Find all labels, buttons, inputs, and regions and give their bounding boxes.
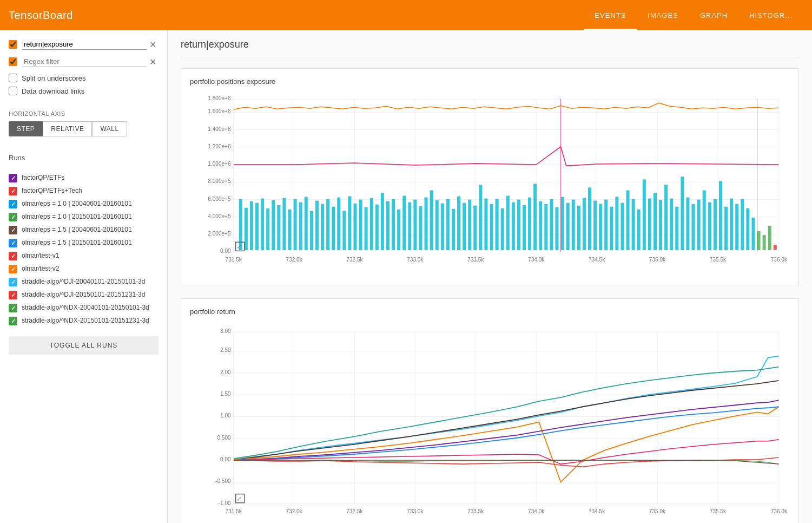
run-item[interactable]: olmar/eps = 1.0 | 20150101-20160101 (0, 211, 167, 224)
svg-rect-111 (620, 203, 624, 252)
run-checkbox[interactable] (9, 278, 17, 286)
svg-rect-42 (245, 208, 248, 252)
run-checkbox[interactable] (9, 226, 17, 234)
svg-rect-106 (593, 201, 597, 252)
regex-input[interactable] (22, 56, 147, 67)
svg-rect-139 (774, 245, 777, 252)
svg-rect-50 (288, 210, 291, 252)
svg-text:734.0k: 734.0k (528, 257, 545, 263)
run-checkbox[interactable] (9, 239, 17, 247)
svg-text:⤢: ⤢ (237, 244, 241, 250)
split-checkbox[interactable] (9, 74, 17, 82)
run-checkbox[interactable] (9, 213, 17, 221)
exposure-chart-svg: 0.00 2.000e+5 4.000e+5 6.000e+5 8.000e+5… (190, 92, 790, 267)
return-chart-svg: -1.00 -0.500 0.00 0.500 1.00 1.50 2.00 2… (190, 322, 790, 519)
run-item[interactable]: factorQP/ETFs+Tech (0, 185, 167, 198)
axis-step-btn[interactable]: STEP (9, 121, 43, 136)
run-checkbox[interactable] (9, 187, 17, 195)
svg-text:6.000e+5: 6.000e+5 (208, 196, 231, 202)
svg-rect-85 (479, 185, 482, 252)
svg-rect-51 (294, 199, 297, 252)
run-item[interactable]: olmar/eps = 1.5 | 20040601-20160101 (0, 224, 167, 237)
svg-rect-96 (539, 201, 542, 252)
svg-text:1.400e+6: 1.400e+6 (208, 126, 231, 132)
run-name-label: olmar/test-v2 (22, 265, 59, 273)
nav-events[interactable]: EVENTS (584, 0, 637, 30)
svg-text:733.5k: 733.5k (467, 257, 484, 263)
svg-rect-124 (692, 204, 695, 252)
exposure-bars-teal (239, 176, 777, 252)
svg-rect-73 (413, 200, 417, 252)
svg-rect-46 (266, 208, 269, 252)
svg-rect-116 (648, 199, 651, 252)
run-item[interactable]: straddle-algo/^NDX-20040101-20150101-3d (0, 302, 167, 315)
svg-text:1.00: 1.00 (220, 413, 231, 419)
run-name-label: olmar/eps = 1.0 | 20150101-20160101 (22, 213, 132, 221)
regex-clear-icon[interactable]: ✕ (147, 57, 159, 67)
svg-text:4.000e+5: 4.000e+5 (208, 213, 231, 219)
return-line-blue (234, 407, 779, 460)
filter-input[interactable] (22, 39, 147, 50)
run-item[interactable]: straddle-algo/^NDX-20150101-20151231-3d (0, 315, 167, 328)
svg-text:2.50: 2.50 (220, 347, 231, 353)
svg-text:733.0k: 733.0k (407, 257, 424, 263)
svg-rect-107 (599, 204, 602, 252)
svg-rect-63 (359, 200, 362, 252)
svg-rect-66 (375, 205, 379, 252)
svg-rect-69 (392, 199, 395, 252)
nav-images[interactable]: IMAGES (637, 0, 689, 30)
svg-text:736.0k: 736.0k (771, 508, 788, 514)
svg-rect-108 (604, 200, 608, 252)
run-checkbox[interactable] (9, 252, 17, 260)
nav-graph[interactable]: GRAPH (689, 0, 738, 30)
download-checkbox[interactable] (9, 87, 17, 95)
run-checkbox[interactable] (9, 174, 17, 182)
svg-rect-90 (506, 196, 510, 252)
svg-rect-117 (653, 193, 657, 252)
svg-rect-123 (686, 198, 689, 252)
nav-histograms[interactable]: HISTOGR... (738, 0, 803, 30)
run-name-label: olmar/test-v1 (22, 252, 59, 260)
svg-rect-120 (670, 199, 673, 252)
filter-clear-icon[interactable]: ✕ (147, 40, 159, 50)
runs-section: Runs (0, 149, 167, 167)
svg-rect-119 (664, 185, 668, 252)
svg-text:1.50: 1.50 (220, 391, 231, 397)
axis-relative-btn[interactable]: RELATIVE (43, 121, 92, 136)
svg-text:733.0k: 733.0k (407, 508, 424, 514)
svg-text:733.5k: 733.5k (467, 508, 484, 514)
svg-rect-47 (272, 200, 275, 252)
run-checkbox[interactable] (9, 317, 17, 325)
run-item[interactable]: straddle-algo/^DJI-20040101-20150101-3d (0, 276, 167, 289)
svg-rect-74 (419, 206, 422, 252)
svg-rect-88 (496, 199, 499, 252)
axis-buttons-group: STEP RELATIVE WALL (9, 121, 159, 136)
svg-rect-121 (675, 207, 678, 252)
run-item[interactable]: olmar/eps = 1.5 | 20150101-20160101 (0, 237, 167, 250)
run-item[interactable]: straddle-algo/^DJI-20150101-20151231-3d (0, 289, 167, 302)
download-links-row: Data download links (9, 87, 159, 95)
svg-text:734.0k: 734.0k (528, 508, 545, 514)
svg-rect-48 (277, 205, 280, 252)
run-item[interactable]: olmar/test-v2 (0, 263, 167, 276)
run-checkbox[interactable] (9, 291, 17, 299)
run-checkbox[interactable] (9, 304, 17, 312)
svg-rect-76 (430, 190, 433, 252)
run-item[interactable]: olmar/test-v1 (0, 250, 167, 263)
svg-rect-127 (708, 202, 711, 252)
svg-rect-131 (730, 199, 733, 252)
run-item[interactable]: olmar/eps = 1.0 | 20040601-20160101 (0, 198, 167, 211)
exposure-chart-title: portfolio positions exposure (190, 77, 790, 86)
svg-text:1.600e+6: 1.600e+6 (208, 108, 231, 114)
return-line-orange (234, 407, 779, 482)
run-item[interactable]: factorQP/ETFs (0, 172, 167, 185)
regex-checkbox[interactable] (9, 57, 17, 66)
svg-rect-62 (353, 204, 357, 252)
filter-checkbox[interactable] (9, 40, 17, 49)
run-checkbox[interactable] (9, 265, 17, 273)
toggle-all-button[interactable]: TOGGLE ALL RUNS (9, 336, 159, 355)
svg-rect-125 (697, 200, 701, 252)
axis-wall-btn[interactable]: WALL (92, 121, 127, 136)
run-checkbox[interactable] (9, 200, 17, 208)
axis-section: Horizontal Axis STEP RELATIVE WALL (0, 104, 167, 145)
